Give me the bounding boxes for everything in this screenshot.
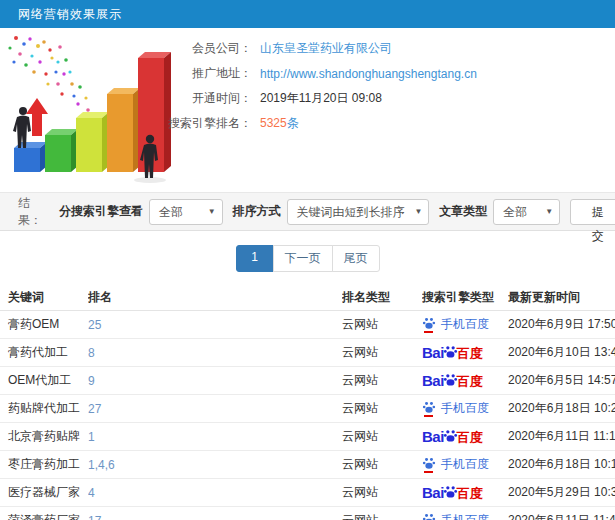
mobile-baidu-paw <box>422 513 436 520</box>
mobile-baidu-label: 手机百度 <box>441 456 489 473</box>
page-button-next[interactable]: 下一页 <box>273 245 333 272</box>
keyword-cell: OEM代加工 <box>0 372 88 389</box>
update-time-cell: 2020年6月18日 10:19 <box>508 456 615 473</box>
mobile-baidu-paw <box>422 457 436 473</box>
mobile-baidu-label: 手机百度 <box>441 512 489 520</box>
baidu-paw-icon <box>443 485 458 499</box>
col-header-update-time: 最新更新时间 <box>508 289 615 306</box>
page-header: 网络营销效果展示 <box>0 0 615 28</box>
company-label: 会员公司： <box>132 40 252 57</box>
info-row-rank-count: 搜索引擎排名： 5325条 <box>132 111 477 136</box>
baidu-paw-icon <box>443 373 458 387</box>
paw-underline <box>424 471 433 473</box>
keyword-cell: 枣庄膏药加工 <box>0 456 88 473</box>
mobile-baidu-label: 手机百度 <box>441 400 489 417</box>
sort-label: 排序方式 <box>233 203 281 220</box>
update-time-cell: 2020年6月18日 10:25 <box>508 400 615 417</box>
chevron-down-icon: ▼ <box>208 200 216 224</box>
engine-cell: 手机百度 <box>422 316 508 333</box>
update-time-cell: 2020年6月10日 13:40 <box>508 344 615 361</box>
engine-cell: 手机百度 <box>422 456 508 473</box>
rank-type-cell: 云网站 <box>342 456 422 473</box>
rank-link[interactable]: 1,4,6 <box>88 458 115 472</box>
pagination: 1 下一页 尾页 <box>0 245 615 272</box>
company-link[interactable]: 山东皇圣堂药业有限公司 <box>260 40 392 57</box>
rank-count: 5325 <box>260 116 287 130</box>
keyword-cell: 医疗器械厂家 <box>0 484 88 501</box>
update-time-cell: 2020年5月29日 10:32 <box>508 484 615 501</box>
page-button-last[interactable]: 尾页 <box>332 245 380 272</box>
promo-url-label: 推广地址： <box>132 65 252 82</box>
bar-yellow <box>76 112 109 172</box>
baidu-logo-text-cn: 百度 <box>457 487 483 500</box>
bar-green <box>45 129 78 172</box>
engine-filter-value: 全部 <box>159 205 183 219</box>
engine-cell: Bai 百度 <box>422 345 508 360</box>
update-time-cell: 2020年6月9日 17:50 <box>508 316 615 333</box>
baidu-logo-text-cn: 百度 <box>457 347 483 360</box>
engine-cell: Bai 百度 <box>422 373 508 388</box>
rank-type-cell: 云网站 <box>342 484 422 501</box>
page-button-current[interactable]: 1 <box>236 245 274 272</box>
chevron-down-icon: ▼ <box>414 200 422 224</box>
table-row: 医疗器械厂家4云网站Bai 百度2020年5月29日 10:32 <box>0 479 615 507</box>
engine-rank-value: 5325条 <box>260 115 299 132</box>
rank-link[interactable]: 27 <box>88 402 101 416</box>
mobile-baidu-paw <box>422 317 436 333</box>
col-header-rank-type: 排名类型 <box>342 289 422 306</box>
results-table: 关键词 排名 排名类型 搜索引擎类型 最新更新时间 膏药OEM25云网站 手机百… <box>0 284 615 520</box>
engine-rank-label: 搜索引擎排名： <box>132 115 252 132</box>
baidu-logo-text-bai: Bai <box>422 345 444 360</box>
rank-link[interactable]: 25 <box>88 318 101 332</box>
rank-link[interactable]: 4 <box>88 486 95 500</box>
info-section: 会员公司： 山东皇圣堂药业有限公司 推广地址： http://www.shand… <box>0 28 615 192</box>
keyword-cell: 膏药OEM <box>0 316 88 333</box>
chevron-down-icon: ▼ <box>545 200 553 224</box>
table-body: 膏药OEM25云网站 手机百度2020年6月9日 17:50膏药代加工8云网站B… <box>0 311 615 520</box>
filter-bar: 结果： 分搜索引擎查看 全部 ▼ 排序方式 关键词由短到长排序 ▼ 文章类型 全… <box>0 192 615 231</box>
sort-select[interactable]: 关键词由短到长排序 ▼ <box>287 199 430 225</box>
baidu-logo: Bai 百度 <box>422 485 483 500</box>
col-header-keyword: 关键词 <box>0 289 88 306</box>
update-time-cell: 2020年6月11日 11:40 <box>508 512 615 520</box>
baidu-paw-icon <box>422 513 436 520</box>
article-type-select[interactable]: 全部 ▼ <box>493 199 560 225</box>
col-header-rank: 排名 <box>88 289 342 306</box>
baidu-logo-text-bai: Bai <box>422 429 444 444</box>
table-row: 菏泽膏药厂家17云网站 手机百度2020年6月11日 11:40 <box>0 507 615 520</box>
article-type-label: 文章类型 <box>439 203 487 220</box>
mobile-baidu-label: 手机百度 <box>441 316 489 333</box>
baidu-logo-text-cn: 百度 <box>457 375 483 388</box>
open-time-label: 开通时间： <box>132 90 252 107</box>
engine-filter-label: 分搜索引擎查看 <box>59 203 143 220</box>
engine-cell: Bai 百度 <box>422 429 508 444</box>
result-label: 结果： <box>18 195 49 229</box>
update-time-cell: 2020年6月11日 11:18 <box>508 428 615 445</box>
keyword-cell: 北京膏药贴牌 <box>0 428 88 445</box>
page-title: 网络营销效果展示 <box>18 7 122 21</box>
engine-filter-select[interactable]: 全部 ▼ <box>149 199 223 225</box>
rank-type-cell: 云网站 <box>342 316 422 333</box>
rank-type-cell: 云网站 <box>342 400 422 417</box>
rank-type-cell: 云网站 <box>342 344 422 361</box>
rank-link[interactable]: 9 <box>88 374 95 388</box>
table-row: 膏药OEM25云网站 手机百度2020年6月9日 17:50 <box>0 311 615 339</box>
paw-underline <box>424 331 433 333</box>
baidu-paw-icon <box>443 429 458 443</box>
rank-type-cell: 云网站 <box>342 372 422 389</box>
promo-url-link[interactable]: http://www.shandonghuangshengtang.cn <box>260 67 477 81</box>
submit-button[interactable]: 提交 <box>570 199 615 225</box>
article-type-value: 全部 <box>503 205 527 219</box>
rank-link[interactable]: 1 <box>88 430 95 444</box>
rank-link[interactable]: 17 <box>88 514 101 520</box>
keyword-cell: 药贴牌代加工 <box>0 400 88 417</box>
rank-link[interactable]: 8 <box>88 346 95 360</box>
baidu-logo: Bai 百度 <box>422 373 483 388</box>
table-header-row: 关键词 排名 排名类型 搜索引擎类型 最新更新时间 <box>0 284 615 311</box>
baidu-logo: Bai 百度 <box>422 429 483 444</box>
info-row-open-time: 开通时间： 2019年11月20日 09:08 <box>132 86 477 111</box>
info-row-url: 推广地址： http://www.shandonghuangshengtang.… <box>132 61 477 86</box>
info-row-company: 会员公司： 山东皇圣堂药业有限公司 <box>132 36 477 61</box>
mobile-baidu-logo: 手机百度 <box>422 512 489 520</box>
table-row: 药贴牌代加工27云网站 手机百度2020年6月18日 10:25 <box>0 395 615 423</box>
